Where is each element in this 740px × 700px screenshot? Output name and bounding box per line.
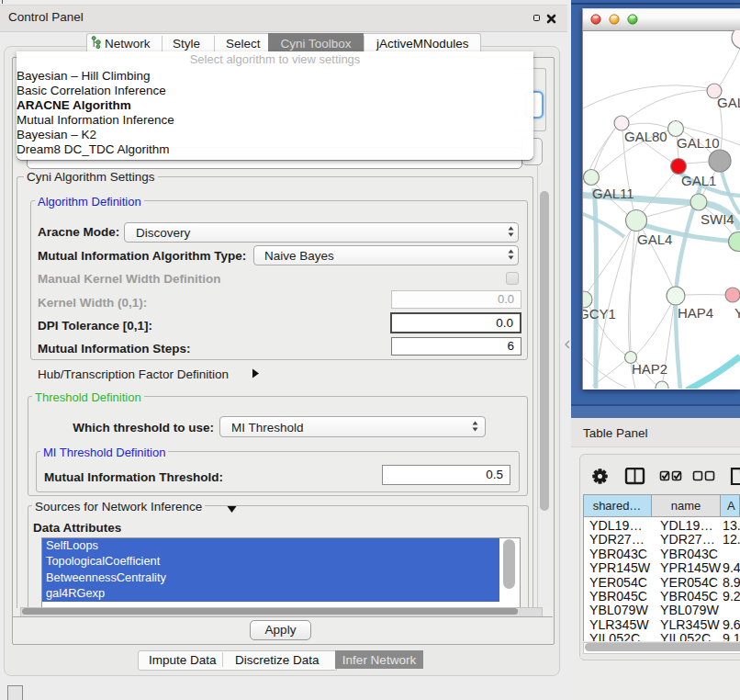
svg-text:GAL1: GAL1 — [681, 173, 716, 188]
svg-text:GAL10: GAL10 — [677, 135, 720, 151]
svg-text:HAP2: HAP2 — [632, 361, 667, 377]
svg-text:GAL11: GAL11 — [592, 186, 634, 201]
svg-text:GAL80: GAL80 — [624, 129, 667, 144]
svg-text:HAP4: HAP4 — [678, 305, 713, 321]
svg-text:GAL2: GAL2 — [717, 95, 740, 110]
svg-text:YJ: YJ — [734, 305, 740, 321]
svg-text:GCY1: GCY1 — [583, 306, 616, 322]
svg-text:GAL4: GAL4 — [637, 231, 672, 247]
svg-text:SWI4: SWI4 — [701, 211, 734, 227]
